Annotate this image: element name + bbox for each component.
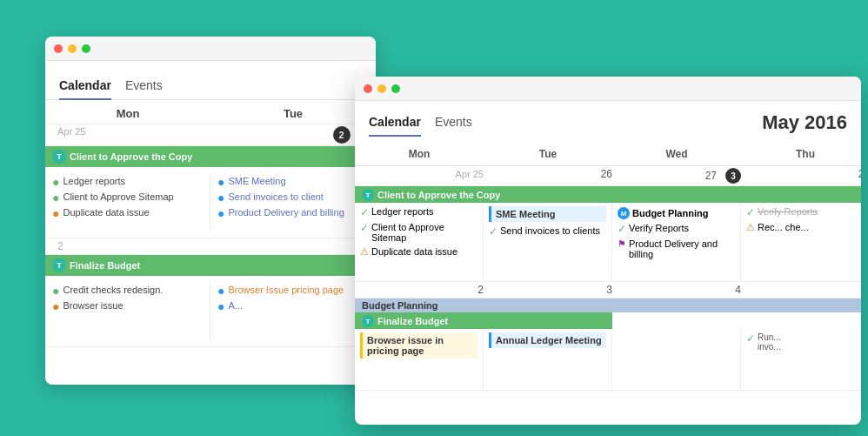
front-date-4: 4 [618,284,746,296]
back-titlebar [45,37,376,61]
item-invoices: Send invoices to client [228,191,323,202]
item-approve: Client to Approve Sitemap [63,191,173,202]
front-date-3: 3 [489,284,618,296]
item-front-invoices: Send invoices to clients [500,225,600,236]
front-tabs: Calendar Events [369,110,472,136]
front-week2-span-row: Budget Planning [355,298,861,312]
front-week1-cells: ✓ Ledger reports ✓ Client to Approve Sit… [355,203,861,282]
front-maximize-dot [391,84,400,93]
front-close-dot [364,84,372,93]
check-icon-5: ✓ [746,206,755,218]
t-badge-front-2: T [362,315,374,327]
front-titlebar [355,77,861,101]
front-day-headers: Mon Tue Wed Thu [355,143,861,166]
bullet-icon-7: ● [52,285,59,297]
list-item: ● Send invoices to client [217,191,369,204]
front-cell-thu1: ✓ Verify Reports ⚠ Rec... che... [741,203,861,281]
front-tab-calendar[interactable]: Calendar [369,110,421,136]
front-date-2: 2 [360,284,489,296]
front-week2-fin-empty1 [612,312,741,329]
list-item: ✓ Send invoices to clients [489,225,606,238]
item-ledger: Ledger reports [63,176,125,186]
back-date26: 2 26 [210,126,369,144]
back-week2-col1: ● Credit checks redesign. ● Browser issu… [45,281,210,343]
back-tab-events[interactable]: Events [125,73,163,99]
item-front-ledger: Ledger reports [371,206,434,217]
bullet-icon-2: ● [52,191,59,204]
item-verify-reports: Verify Reports [629,223,689,233]
back-week1-items: ● Ledger reports ● Client to Approve Sit… [45,169,376,238]
back-week1-bar: T Client to Approve the Copy [45,146,376,167]
list-item: ⚠ Rec... che... [746,222,861,233]
flag-icon-1: ⚑ [618,238,626,250]
date-badge-3: 3 [725,168,741,184]
bullet-icon-3: ● [52,207,59,219]
back-week2-bar: T Finalize Budget [45,255,376,276]
front-minimize-dot [377,84,386,93]
item-front-approve: Client to Approve Sitemap [371,222,477,243]
front-tab-events[interactable]: Events [435,110,472,136]
back-date-row: Apr 25 2 26 [45,124,376,146]
list-item: ● Browser Issue pricing page [217,285,369,297]
front-cell-thu2: ✓ Run...invo... [741,329,861,390]
maximize-dot [82,44,90,53]
t-badge-1: T [52,150,66,164]
bullet-icon-1: ● [52,176,59,188]
back-day-headers: Mon Tue [45,100,376,124]
list-item: ✓ Client to Approve Sitemap [360,222,477,243]
front-calendar: Mon Tue Wed Thu Apr 25 26 27 3 28 T Clie… [355,143,861,391]
check-icon-4: ✓ [618,223,626,235]
list-item: ✓ Run...invo... [746,332,861,352]
budget-planning-label: Budget Planning [632,208,708,218]
list-item: ● Product Delivery and billing [217,207,369,219]
front-cell-mon2: Browser issue in pricing page [355,329,484,390]
front-week2-dates: 2 3 4 5 [355,282,861,298]
back-tabs: Calendar Events [45,73,376,100]
warn-icon-1: ⚠ [360,246,369,258]
front-week2-cells: Browser issue in pricing page Annual Led… [355,329,861,391]
month-title: May 2016 [762,111,847,134]
list-item: ⚠ Duplicate data issue [360,246,477,258]
close-dot [54,44,63,53]
front-browser-event: Browser issue in pricing page [360,332,477,359]
front-finalize-label: Finalize Budget [377,316,448,326]
front-week1-span-row: T Client to Approve the Copy [355,186,861,203]
item-browser: Browser issue [63,300,123,311]
item-credit: Credit checks redesign. [63,285,163,295]
item-delivery-billing: Product Delivery and billing [629,238,735,259]
front-wed-header: Wed [612,146,741,162]
item-rec: Rec... che... [758,222,809,232]
bullet-icon-5: ● [217,191,224,204]
list-item: ● Credit checks redesign. [52,285,203,297]
check-icon-6: ✓ [746,332,755,345]
back-week1-col1: ● Ledger reports ● Client to Approve Sit… [45,172,210,234]
item-more: A... [228,300,243,311]
front-thu-header: Thu [741,146,861,162]
t-badge-2: T [52,258,66,272]
item-verify-strikethrough: Verify Reports [758,206,818,217]
check-icon-2: ✓ [360,222,369,234]
back-mon-header: Mon [45,107,210,120]
list-item: ● Duplicate data issue [52,207,203,219]
front-tue-header: Tue [484,146,612,162]
back-tue-header: Tue [210,107,376,120]
bullet-icon-4: ● [217,176,224,188]
item-browser-pricing: Browser Issue pricing page [228,285,344,295]
front-date-26: 26 [489,168,618,184]
front-sme-event: SME Meeting [489,206,606,222]
list-item: ⚑ Product Delivery and billing [618,238,735,259]
back-window-content: Calendar Events Mon Tue Apr 25 2 26 T Cl… [45,61,376,347]
front-date-28: 28 [746,168,861,184]
back-window: Calendar Events Mon Tue Apr 25 2 26 T Cl… [45,37,376,385]
bullet-icon-10: ● [217,300,224,312]
front-date-27: 27 3 [618,168,746,184]
back-week2-col2: ● Browser Issue pricing page ● A... [210,281,376,343]
check-icon-3: ✓ [489,225,497,238]
back-week1-col2: ● SME Meeting ● Send invoices to client … [210,172,376,234]
warn-icon-2: ⚠ [746,222,755,233]
list-item: ● SME Meeting [217,176,369,188]
check-icon-1: ✓ [360,206,369,218]
back-tab-calendar[interactable]: Calendar [59,73,111,99]
back-date-3: 3 [210,240,369,252]
item-front-duplicate: Duplicate data issue [371,246,457,257]
